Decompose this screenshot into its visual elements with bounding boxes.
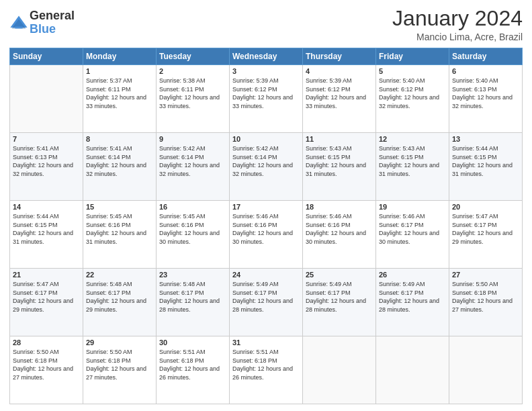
day-cell: 29Sunrise: 5:50 AMSunset: 6:18 PMDayligh… <box>83 336 157 404</box>
day-header-tuesday: Tuesday <box>157 48 230 65</box>
cell-info: Sunrise: 5:45 AMSunset: 6:16 PMDaylight:… <box>159 212 226 246</box>
day-number: 22 <box>86 271 153 279</box>
day-header-saturday: Saturday <box>449 48 523 65</box>
day-cell: 9Sunrise: 5:42 AMSunset: 6:14 PMDaylight… <box>157 133 230 201</box>
cell-info: Sunrise: 5:42 AMSunset: 6:14 PMDaylight:… <box>232 144 300 178</box>
day-number: 2 <box>159 67 226 75</box>
day-number: 9 <box>159 135 226 143</box>
day-number: 10 <box>232 135 300 143</box>
day-number: 20 <box>452 203 519 211</box>
day-number: 25 <box>306 271 373 279</box>
logo: General Blue <box>9 9 75 36</box>
day-cell: 12Sunrise: 5:43 AMSunset: 6:15 PMDayligh… <box>376 133 449 201</box>
day-number: 15 <box>86 203 153 211</box>
cell-info: Sunrise: 5:51 AMSunset: 6:18 PMDaylight:… <box>159 348 226 381</box>
day-number: 21 <box>13 271 80 279</box>
logo-icon <box>9 13 28 32</box>
day-cell: 22Sunrise: 5:48 AMSunset: 6:17 PMDayligh… <box>83 269 157 336</box>
week-row-0: 1Sunrise: 5:37 AMSunset: 6:11 PMDaylight… <box>10 65 523 133</box>
day-cell: 23Sunrise: 5:48 AMSunset: 6:17 PMDayligh… <box>157 269 230 336</box>
cell-info: Sunrise: 5:50 AMSunset: 6:18 PMDaylight:… <box>86 348 153 381</box>
day-number: 31 <box>232 338 300 347</box>
location: Mancio Lima, Acre, Brazil <box>392 32 523 42</box>
day-cell: 6Sunrise: 5:40 AMSunset: 6:13 PMDaylight… <box>449 65 523 133</box>
day-cell: 10Sunrise: 5:42 AMSunset: 6:14 PMDayligh… <box>230 133 303 201</box>
day-number: 3 <box>232 67 300 75</box>
day-number: 29 <box>86 338 153 347</box>
cell-info: Sunrise: 5:46 AMSunset: 6:17 PMDaylight:… <box>379 212 446 246</box>
day-number: 24 <box>232 271 300 279</box>
cell-info: Sunrise: 5:41 AMSunset: 6:13 PMDaylight:… <box>13 144 80 178</box>
day-header-sunday: Sunday <box>10 48 83 65</box>
header-row: SundayMondayTuesdayWednesdayThursdayFrid… <box>10 48 523 65</box>
calendar-body: 1Sunrise: 5:37 AMSunset: 6:11 PMDaylight… <box>10 65 523 404</box>
day-cell <box>376 336 449 404</box>
day-cell: 19Sunrise: 5:46 AMSunset: 6:17 PMDayligh… <box>376 201 449 269</box>
day-cell: 26Sunrise: 5:49 AMSunset: 6:17 PMDayligh… <box>376 269 449 336</box>
day-cell: 3Sunrise: 5:39 AMSunset: 6:12 PMDaylight… <box>230 65 303 133</box>
day-number: 7 <box>13 135 80 143</box>
cell-info: Sunrise: 5:46 AMSunset: 6:16 PMDaylight:… <box>232 212 300 246</box>
day-header-monday: Monday <box>83 48 157 65</box>
day-number: 23 <box>159 271 226 279</box>
title-block: January 2024 Mancio Lima, Acre, Brazil <box>392 7 523 42</box>
day-cell: 27Sunrise: 5:50 AMSunset: 6:18 PMDayligh… <box>449 269 523 336</box>
page: General Blue January 2024 Mancio Lima, A… <box>0 0 532 411</box>
cell-info: Sunrise: 5:39 AMSunset: 6:12 PMDaylight:… <box>232 77 300 110</box>
month-title: January 2024 <box>392 7 523 30</box>
day-number: 17 <box>232 203 300 211</box>
day-cell: 4Sunrise: 5:39 AMSunset: 6:12 PMDaylight… <box>303 65 376 133</box>
cell-info: Sunrise: 5:43 AMSunset: 6:15 PMDaylight:… <box>306 144 373 178</box>
cell-info: Sunrise: 5:46 AMSunset: 6:16 PMDaylight:… <box>306 212 373 246</box>
day-cell: 2Sunrise: 5:38 AMSunset: 6:11 PMDaylight… <box>157 65 230 133</box>
day-number: 1 <box>86 67 153 75</box>
week-row-1: 7Sunrise: 5:41 AMSunset: 6:13 PMDaylight… <box>10 133 523 201</box>
day-number: 28 <box>13 338 80 347</box>
calendar-header: SundayMondayTuesdayWednesdayThursdayFrid… <box>10 48 523 65</box>
day-number: 16 <box>159 203 226 211</box>
day-cell: 18Sunrise: 5:46 AMSunset: 6:16 PMDayligh… <box>303 201 376 269</box>
cell-info: Sunrise: 5:40 AMSunset: 6:13 PMDaylight:… <box>452 77 519 110</box>
logo-blue: Blue <box>30 22 56 36</box>
svg-rect-2 <box>15 26 22 28</box>
day-number: 13 <box>452 135 519 143</box>
day-number: 14 <box>13 203 80 211</box>
cell-info: Sunrise: 5:48 AMSunset: 6:17 PMDaylight:… <box>159 280 226 314</box>
day-cell <box>449 336 523 404</box>
day-cell: 8Sunrise: 5:41 AMSunset: 6:14 PMDaylight… <box>83 133 157 201</box>
day-cell: 16Sunrise: 5:45 AMSunset: 6:16 PMDayligh… <box>157 201 230 269</box>
cell-info: Sunrise: 5:48 AMSunset: 6:17 PMDaylight:… <box>86 280 153 314</box>
cell-info: Sunrise: 5:50 AMSunset: 6:18 PMDaylight:… <box>13 348 80 381</box>
day-cell: 14Sunrise: 5:44 AMSunset: 6:15 PMDayligh… <box>10 201 83 269</box>
cell-info: Sunrise: 5:37 AMSunset: 6:11 PMDaylight:… <box>86 77 153 110</box>
day-header-thursday: Thursday <box>303 48 376 65</box>
day-number: 19 <box>379 203 446 211</box>
day-cell <box>10 65 83 133</box>
logo-text: General Blue <box>30 9 75 36</box>
header: General Blue January 2024 Mancio Lima, A… <box>9 7 523 42</box>
day-number: 5 <box>379 67 446 75</box>
day-cell: 20Sunrise: 5:47 AMSunset: 6:17 PMDayligh… <box>449 201 523 269</box>
week-row-3: 21Sunrise: 5:47 AMSunset: 6:17 PMDayligh… <box>10 269 523 336</box>
day-cell: 7Sunrise: 5:41 AMSunset: 6:13 PMDaylight… <box>10 133 83 201</box>
day-header-friday: Friday <box>376 48 449 65</box>
cell-info: Sunrise: 5:39 AMSunset: 6:12 PMDaylight:… <box>306 77 373 110</box>
day-number: 26 <box>379 271 446 279</box>
cell-info: Sunrise: 5:41 AMSunset: 6:14 PMDaylight:… <box>86 144 153 178</box>
logo-general: General <box>30 9 75 22</box>
day-cell: 15Sunrise: 5:45 AMSunset: 6:16 PMDayligh… <box>83 201 157 269</box>
day-number: 11 <box>306 135 373 143</box>
cell-info: Sunrise: 5:45 AMSunset: 6:16 PMDaylight:… <box>86 212 153 246</box>
cell-info: Sunrise: 5:47 AMSunset: 6:17 PMDaylight:… <box>13 280 80 314</box>
day-number: 12 <box>379 135 446 143</box>
day-cell: 5Sunrise: 5:40 AMSunset: 6:12 PMDaylight… <box>376 65 449 133</box>
day-number: 8 <box>86 135 153 143</box>
day-cell: 30Sunrise: 5:51 AMSunset: 6:18 PMDayligh… <box>157 336 230 404</box>
day-number: 18 <box>306 203 373 211</box>
cell-info: Sunrise: 5:42 AMSunset: 6:14 PMDaylight:… <box>159 144 226 178</box>
day-number: 27 <box>452 271 519 279</box>
cell-info: Sunrise: 5:50 AMSunset: 6:18 PMDaylight:… <box>452 280 519 314</box>
cell-info: Sunrise: 5:47 AMSunset: 6:17 PMDaylight:… <box>452 212 519 246</box>
day-header-wednesday: Wednesday <box>230 48 303 65</box>
day-cell: 13Sunrise: 5:44 AMSunset: 6:15 PMDayligh… <box>449 133 523 201</box>
